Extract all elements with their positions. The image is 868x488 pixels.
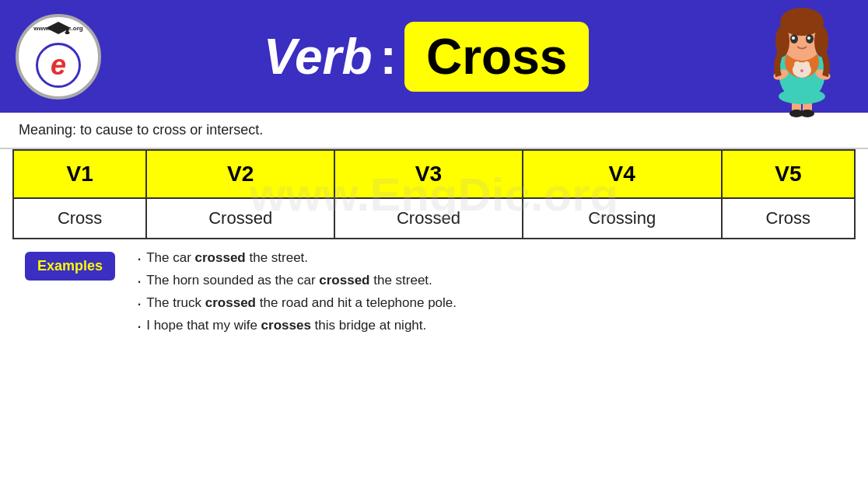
main-word: Cross: [426, 29, 567, 85]
e-logo-circle: e: [36, 43, 81, 88]
svg-point-22: [803, 61, 810, 68]
meaning-label: Meaning:: [19, 122, 76, 138]
list-item: The truck crossed the road and hit a tel…: [137, 295, 457, 312]
verb-label: Verb: [264, 28, 373, 85]
examples-list: The car crossed the street. The horn sou…: [124, 250, 457, 340]
meaning-section: Meaning: to cause to cross or intersect.: [0, 113, 868, 149]
character-illustration: [751, 6, 852, 107]
col-v4: V4: [523, 150, 722, 198]
meaning-text: to cause to cross or intersect.: [80, 122, 263, 138]
val-v5: Cross: [722, 198, 855, 239]
val-v3: Crossed: [334, 198, 523, 239]
header: www.EngDic.org e Verb : Cross: [0, 0, 868, 113]
example-text-4: I hope that my wife crosses this bridge …: [146, 318, 426, 333]
val-v2: Crossed: [146, 198, 334, 239]
verb-forms-table-wrapper: www.EngDic.org V1 V2 V3 V4 V5 Cross Cros…: [12, 149, 856, 239]
examples-label: Examples: [25, 252, 115, 281]
table-header-row: V1 V2 V3 V4 V5: [13, 150, 855, 198]
svg-point-19: [800, 110, 814, 117]
svg-point-13: [792, 37, 795, 40]
svg-point-14: [807, 37, 810, 40]
colon: :: [380, 28, 397, 85]
example-text-2: The horn sounded as the car crossed the …: [146, 273, 432, 288]
svg-point-2: [65, 31, 70, 34]
col-v2: V2: [146, 150, 334, 198]
header-title: Verb : Cross: [101, 22, 751, 92]
verb-forms-table: V1 V2 V3 V4 V5 Cross Crossed Crossed Cro…: [12, 149, 856, 239]
examples-section: Examples The car crossed the street. The…: [12, 239, 856, 340]
val-v4: Crossing: [523, 198, 722, 239]
col-v3: V3: [334, 150, 523, 198]
svg-point-21: [794, 61, 800, 68]
svg-point-17: [779, 89, 825, 104]
val-v1: Cross: [13, 198, 146, 239]
list-item: The car crossed the street.: [137, 250, 457, 267]
graduation-cap-icon: [46, 20, 71, 37]
col-v5: V5: [722, 150, 855, 198]
list-item: I hope that my wife crosses this bridge …: [137, 318, 457, 335]
svg-point-23: [800, 69, 803, 72]
table-values-row: Cross Crossed Crossed Crossing Cross: [13, 198, 855, 239]
word-box: Cross: [404, 22, 589, 92]
list-item: The horn sounded as the car crossed the …: [137, 273, 457, 290]
example-text-1: The car crossed the street.: [146, 250, 308, 266]
logo: www.EngDic.org e: [16, 14, 101, 99]
col-v1: V1: [13, 150, 146, 198]
e-letter: e: [51, 49, 66, 82]
example-text-3: The truck crossed the road and hit a tel…: [146, 295, 457, 311]
